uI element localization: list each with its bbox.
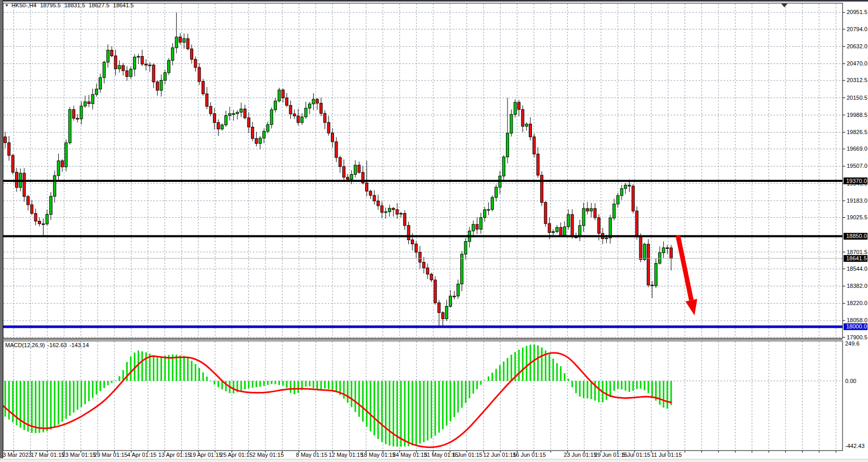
svg-text:18000.0: 18000.0 bbox=[846, 323, 867, 329]
macd-panel[interactable] bbox=[0, 339, 843, 451]
svg-text:19 Apr 01:15: 19 Apr 01:15 bbox=[190, 452, 222, 458]
svg-text:19826.5: 19826.5 bbox=[847, 129, 867, 135]
svg-text:18641.5: 18641.5 bbox=[846, 255, 867, 261]
svg-text:18850.0: 18850.0 bbox=[846, 233, 867, 239]
trading-terminal-window: 20951.520794.020632.020470.020312.520150… bbox=[0, 0, 868, 462]
macd-name: MACD(12,26,9) bbox=[5, 342, 45, 348]
window-top-border bbox=[0, 0, 868, 2]
svg-text:5 Jul 01:15: 5 Jul 01:15 bbox=[622, 452, 650, 458]
svg-text:24 May 01:15: 24 May 01:15 bbox=[393, 452, 428, 458]
svg-text:18701.5: 18701.5 bbox=[847, 249, 867, 255]
svg-text:19507.0: 19507.0 bbox=[847, 163, 867, 169]
svg-text:19669.0: 19669.0 bbox=[847, 146, 867, 152]
svg-text:25 Apr 01:15: 25 Apr 01:15 bbox=[220, 452, 252, 458]
macd-axis-zero: 0.00 bbox=[845, 378, 867, 384]
svg-text:18058.0: 18058.0 bbox=[847, 317, 867, 323]
ohlc-open: 18795.5 bbox=[40, 2, 61, 8]
svg-text:18382.0: 18382.0 bbox=[847, 283, 867, 289]
time-axis: 13 Mar 202317 Mar 01:1523 Mar 01:1529 Ma… bbox=[0, 451, 836, 458]
svg-text:17900.5: 17900.5 bbox=[847, 334, 867, 340]
svg-text:2 May 01:15: 2 May 01:15 bbox=[252, 452, 284, 458]
svg-text:17 Mar 01:15: 17 Mar 01:15 bbox=[31, 452, 65, 458]
ohlc-low: 18627.5 bbox=[89, 2, 110, 8]
svg-text:19025.5: 19025.5 bbox=[847, 214, 867, 220]
macd-axis-min: -442.43 bbox=[845, 443, 867, 449]
macd-signal-value: -143.14 bbox=[70, 342, 89, 348]
svg-text:20951.5: 20951.5 bbox=[847, 9, 867, 15]
svg-text:11 Jul 01:15: 11 Jul 01:15 bbox=[651, 452, 682, 458]
svg-text:12 Jun 01:15: 12 Jun 01:15 bbox=[483, 452, 516, 458]
symbol-name: HK50-,H4 bbox=[11, 2, 36, 8]
svg-text:18544.0: 18544.0 bbox=[847, 266, 867, 272]
svg-text:16 Jun 01:15: 16 Jun 01:15 bbox=[513, 452, 546, 458]
svg-text:20794.0: 20794.0 bbox=[847, 26, 867, 32]
svg-text:29 Mar 01:15: 29 Mar 01:15 bbox=[94, 452, 128, 458]
window-bottom-strip bbox=[0, 459, 868, 462]
svg-text:6 Jun 01:15: 6 Jun 01:15 bbox=[452, 452, 483, 458]
svg-text:19183.0: 19183.0 bbox=[847, 197, 867, 204]
svg-text:18220.0: 18220.0 bbox=[847, 300, 867, 306]
svg-text:19370.0: 19370.0 bbox=[846, 178, 867, 184]
svg-text:20150.5: 20150.5 bbox=[847, 95, 867, 101]
svg-text:12 May 01:15: 12 May 01:15 bbox=[329, 452, 364, 458]
macd-axis-max: 249.6 bbox=[845, 340, 867, 347]
svg-text:13 Apr 01:15: 13 Apr 01:15 bbox=[158, 452, 191, 458]
svg-text:20632.0: 20632.0 bbox=[847, 43, 867, 49]
window-left-border bbox=[0, 0, 3, 458]
price-axis: 20951.520794.020632.020470.020312.520150… bbox=[843, 9, 867, 340]
macd-indicator-label: MACD(12,26,9)-162.63-143.14 bbox=[5, 342, 91, 348]
symbol-ohlc-label: ▼HK50-,H418795.518831.518627.518641.5 bbox=[5, 2, 137, 8]
svg-text:23 Mar 01:15: 23 Mar 01:15 bbox=[62, 452, 96, 458]
svg-text:8 May 01:15: 8 May 01:15 bbox=[296, 452, 328, 458]
macd-main-value: -162.63 bbox=[47, 342, 66, 348]
svg-text:13 Mar 2023: 13 Mar 2023 bbox=[0, 452, 32, 458]
svg-text:18 May 01:15: 18 May 01:15 bbox=[361, 452, 396, 458]
svg-text:23 Jun 01:15: 23 Jun 01:15 bbox=[564, 452, 597, 458]
ohlc-high: 18831.5 bbox=[64, 2, 85, 8]
chevron-down-icon[interactable]: ▼ bbox=[5, 3, 9, 8]
svg-text:19988.5: 19988.5 bbox=[847, 112, 867, 118]
svg-text:4 Apr 01:15: 4 Apr 01:15 bbox=[127, 452, 156, 458]
svg-text:20470.0: 20470.0 bbox=[847, 60, 867, 67]
ohlc-close: 18641.5 bbox=[113, 2, 134, 8]
svg-text:20312.5: 20312.5 bbox=[847, 77, 867, 83]
chart-canvas[interactable]: 20951.520794.020632.020470.020312.520150… bbox=[0, 0, 868, 462]
